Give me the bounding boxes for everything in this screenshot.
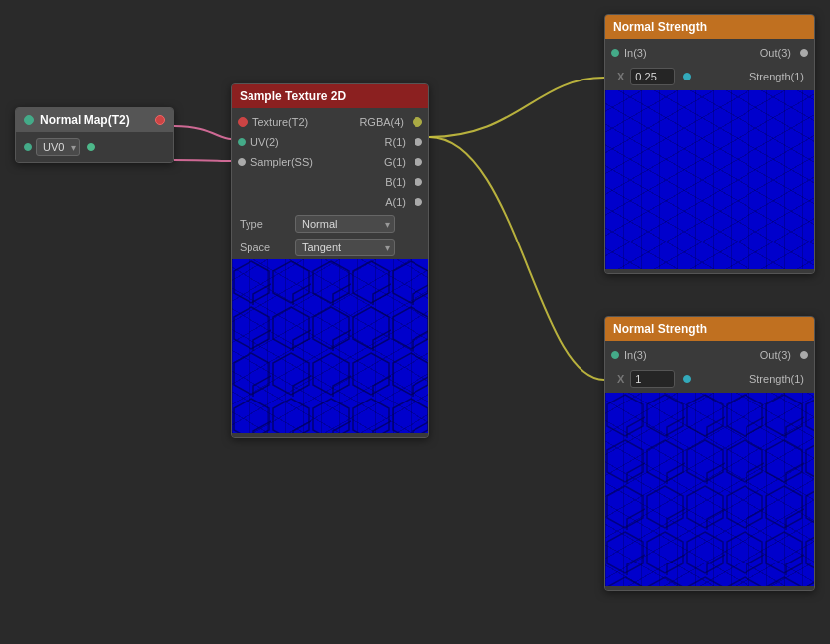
type-select-wrapper[interactable]: Normal Default: [295, 215, 395, 233]
g1-out-socket[interactable]: [415, 158, 422, 166]
type-label: Type: [240, 218, 289, 230]
sample-texture-preview: [232, 259, 428, 433]
ns-bottom-x-input-row: X: [611, 367, 697, 391]
g1-label: G(1): [384, 156, 406, 168]
space-row: Space Tangent World Object: [232, 236, 428, 259]
ns-bottom-header: Normal Strength: [605, 317, 814, 341]
sample-texture-title: Sample Texture 2D: [240, 89, 346, 103]
ns-top-strength-row: X Strength(1): [605, 63, 814, 90]
r1-out-socket[interactable]: [415, 138, 422, 146]
ns-bottom-out-label: Out(3): [760, 349, 791, 361]
uv2-label: UV(2): [250, 136, 385, 148]
ns-bottom-out-socket[interactable]: [800, 351, 808, 359]
ns-bottom-preview: [605, 393, 814, 586]
wire-uv0-to-uv2: [174, 160, 231, 161]
r1-label: R(1): [385, 136, 406, 148]
ns-top-header: Normal Strength: [605, 15, 814, 39]
uv-row: UV0 UV1: [16, 136, 173, 158]
ns-bottom-strength-label: Strength(1): [749, 373, 804, 385]
sample-texture-body: Texture(T2) RGBA(4) UV(2) R(1) Sampler(S…: [232, 108, 428, 437]
ns-top-strength-label: Strength(1): [749, 71, 804, 82]
node-normal-strength-bottom: Normal Strength In(3) Out(3) X Strength(…: [604, 316, 815, 591]
uv-select[interactable]: UV0 UV1: [36, 138, 80, 156]
normal-map-title: Normal Map(T2): [40, 113, 130, 127]
normal-map-right-socket[interactable]: [155, 115, 165, 125]
ns-top-x-label: X: [617, 71, 624, 82]
ns-top-in-label: In(3): [624, 47, 760, 59]
svg-rect-5: [605, 393, 814, 586]
hex-pattern-svg: [232, 259, 428, 433]
ns-top-x-input-row: X: [611, 65, 697, 88]
ns-top-out-label: Out(3): [760, 47, 791, 59]
space-label: Space: [240, 242, 289, 253]
rgba-label: RGBA(4): [359, 116, 404, 128]
sampler-in-socket[interactable]: [238, 158, 246, 166]
ns-top-title: Normal Strength: [613, 20, 707, 34]
normal-map-header: Normal Map(T2): [16, 108, 173, 132]
texture-row: Texture(T2) RGBA(4): [232, 112, 428, 132]
normal-map-out-socket[interactable]: [24, 115, 34, 125]
sample-texture-header: Sample Texture 2D: [232, 84, 428, 108]
ns-top-body: In(3) Out(3) X Strength(1): [605, 39, 814, 273]
b1-row: B(1): [232, 172, 428, 192]
ns-bottom-x-input[interactable]: [630, 370, 675, 388]
uv2-row: UV(2) R(1): [232, 132, 428, 152]
sampler-row: Sampler(SS) G(1): [232, 152, 428, 172]
ns-bottom-strength-left-socket[interactable]: [683, 375, 691, 383]
ns-top-out-socket[interactable]: [800, 49, 808, 57]
a1-row: A(1): [232, 192, 428, 212]
uv-select-wrapper[interactable]: UV0 UV1: [36, 138, 80, 156]
ns-top-strength-left-socket[interactable]: [683, 73, 691, 80]
wire-rgba-to-ns-top-in: [429, 78, 604, 137]
node-sample-texture: Sample Texture 2D Texture(T2) RGBA(4) UV…: [231, 83, 429, 438]
b1-out-socket[interactable]: [415, 178, 422, 186]
sampler-label: Sampler(SS): [250, 156, 384, 168]
space-select-wrapper[interactable]: Tangent World Object: [295, 239, 395, 256]
ns-bottom-body: In(3) Out(3) X Strength(1): [605, 341, 814, 590]
ns-top-in-socket[interactable]: [611, 49, 619, 57]
ns-top-in-out-row: In(3) Out(3): [605, 43, 814, 63]
ns-top-preview: [605, 90, 814, 269]
ns-bottom-in-label: In(3): [624, 349, 760, 361]
a1-out-socket[interactable]: [415, 198, 422, 206]
rgba-out-socket[interactable]: [413, 117, 422, 127]
ns-bottom-title: Normal Strength: [613, 322, 707, 336]
a1-label: A(1): [385, 196, 406, 208]
ns-top-x-input[interactable]: [630, 68, 675, 85]
ns-bottom-x-label: X: [617, 373, 624, 385]
type-row: Type Normal Default: [232, 212, 428, 236]
ns-bottom-hex-svg: [605, 393, 814, 586]
wire-normal-map-to-texture: [174, 126, 231, 139]
wire-rgba-to-ns-bottom-in: [429, 137, 604, 380]
ns-bottom-strength-row: X Strength(1): [605, 365, 814, 393]
node-normal-map: Normal Map(T2) UV0 UV1: [15, 107, 174, 163]
ns-bottom-in-socket[interactable]: [611, 351, 619, 359]
space-select[interactable]: Tangent World Object: [295, 239, 395, 256]
texture-in-socket[interactable]: [238, 117, 248, 127]
normal-map-body: UV0 UV1: [16, 132, 173, 162]
svg-rect-2: [232, 259, 428, 433]
node-normal-strength-top: Normal Strength In(3) Out(3) X Strength(…: [604, 14, 815, 274]
uv2-in-socket[interactable]: [238, 138, 246, 146]
type-select[interactable]: Normal Default: [295, 215, 395, 233]
uv0-socket[interactable]: [24, 143, 32, 151]
ns-bottom-in-out-row: In(3) Out(3): [605, 345, 814, 365]
b1-label: B(1): [385, 176, 406, 188]
ns-top-pattern: [605, 90, 814, 269]
uv0-right-socket[interactable]: [87, 143, 95, 151]
texture-label: Texture(T2): [252, 116, 359, 128]
